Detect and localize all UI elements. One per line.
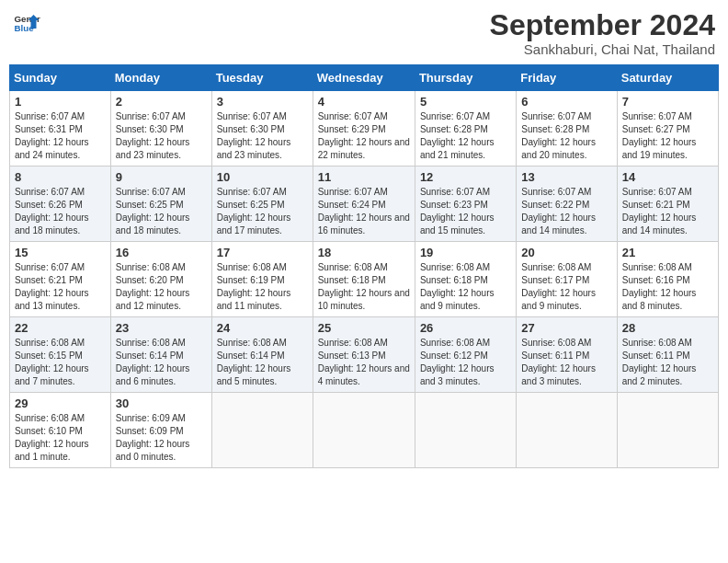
- calendar-cell: 29Sunrise: 6:08 AMSunset: 6:10 PMDayligh…: [10, 393, 111, 468]
- day-number: 17: [217, 246, 308, 259]
- calendar-cell: 26Sunrise: 6:08 AMSunset: 6:12 PMDayligh…: [415, 317, 516, 393]
- calendar-cell: 11Sunrise: 6:07 AMSunset: 6:24 PMDayligh…: [313, 167, 415, 242]
- day-number: 2: [116, 95, 207, 109]
- calendar-cell: 3Sunrise: 6:07 AMSunset: 6:30 PMDaylight…: [211, 91, 313, 167]
- day-number: 29: [15, 396, 106, 410]
- day-number: 14: [622, 170, 713, 184]
- day-header-monday: Monday: [110, 65, 211, 91]
- day-number: 27: [521, 321, 611, 335]
- title-block: September 2024 Sankhaburi, Chai Nat, Tha…: [490, 9, 715, 57]
- day-number: 4: [318, 95, 410, 109]
- calendar-cell: 2Sunrise: 6:07 AMSunset: 6:30 PMDaylight…: [110, 91, 211, 167]
- day-info: Sunrise: 6:08 AMSunset: 6:14 PMDaylight:…: [116, 337, 207, 388]
- calendar-cell: 25Sunrise: 6:08 AMSunset: 6:13 PMDayligh…: [313, 317, 415, 393]
- day-number: 26: [420, 321, 511, 335]
- calendar-header-row: SundayMondayTuesdayWednesdayThursdayFrid…: [10, 65, 719, 91]
- calendar-week-row: 15Sunrise: 6:07 AMSunset: 6:21 PMDayligh…: [10, 242, 719, 317]
- day-number: 6: [521, 95, 611, 109]
- day-info: Sunrise: 6:08 AMSunset: 6:18 PMDaylight:…: [318, 261, 410, 313]
- day-number: 23: [116, 321, 207, 335]
- day-header-tuesday: Tuesday: [211, 65, 313, 91]
- day-info: Sunrise: 6:08 AMSunset: 6:13 PMDaylight:…: [318, 337, 410, 388]
- day-number: 20: [521, 246, 611, 259]
- day-info: Sunrise: 6:08 AMSunset: 6:11 PMDaylight:…: [521, 337, 611, 388]
- calendar-cell: [617, 393, 718, 468]
- day-number: 8: [15, 170, 106, 184]
- day-number: 9: [116, 170, 207, 184]
- day-info: Sunrise: 6:07 AMSunset: 6:25 PMDaylight:…: [116, 186, 207, 237]
- calendar-week-row: 8Sunrise: 6:07 AMSunset: 6:26 PMDaylight…: [10, 167, 719, 242]
- calendar-cell: 16Sunrise: 6:08 AMSunset: 6:20 PMDayligh…: [110, 242, 211, 317]
- day-info: Sunrise: 6:07 AMSunset: 6:25 PMDaylight:…: [217, 186, 308, 237]
- calendar-cell: 27Sunrise: 6:08 AMSunset: 6:11 PMDayligh…: [517, 317, 617, 393]
- day-header-thursday: Thursday: [415, 65, 516, 91]
- day-info: Sunrise: 6:07 AMSunset: 6:23 PMDaylight:…: [420, 186, 511, 237]
- day-number: 11: [318, 170, 410, 184]
- calendar-cell: [313, 393, 415, 468]
- day-header-saturday: Saturday: [617, 65, 718, 91]
- day-number: 5: [420, 95, 511, 109]
- day-number: 24: [217, 321, 308, 335]
- day-number: 25: [318, 321, 410, 335]
- calendar-cell: [517, 393, 617, 468]
- day-number: 1: [15, 95, 106, 109]
- calendar-week-row: 1Sunrise: 6:07 AMSunset: 6:31 PMDaylight…: [10, 91, 719, 167]
- day-info: Sunrise: 6:07 AMSunset: 6:30 PMDaylight:…: [217, 110, 308, 162]
- day-info: Sunrise: 6:08 AMSunset: 6:19 PMDaylight:…: [217, 261, 308, 313]
- day-info: Sunrise: 6:07 AMSunset: 6:26 PMDaylight:…: [15, 186, 106, 237]
- calendar-table: SundayMondayTuesdayWednesdayThursdayFrid…: [9, 64, 719, 468]
- calendar-cell: 21Sunrise: 6:08 AMSunset: 6:16 PMDayligh…: [617, 242, 718, 317]
- day-info: Sunrise: 6:08 AMSunset: 6:15 PMDaylight:…: [15, 337, 106, 388]
- calendar-week-row: 22Sunrise: 6:08 AMSunset: 6:15 PMDayligh…: [10, 317, 719, 393]
- calendar-cell: 17Sunrise: 6:08 AMSunset: 6:19 PMDayligh…: [211, 242, 313, 317]
- calendar-cell: 14Sunrise: 6:07 AMSunset: 6:21 PMDayligh…: [617, 167, 718, 242]
- calendar-cell: 18Sunrise: 6:08 AMSunset: 6:18 PMDayligh…: [313, 242, 415, 317]
- day-info: Sunrise: 6:07 AMSunset: 6:30 PMDaylight:…: [116, 110, 207, 162]
- day-info: Sunrise: 6:07 AMSunset: 6:29 PMDaylight:…: [318, 110, 410, 162]
- location-subtitle: Sankhaburi, Chai Nat, Thailand: [490, 41, 715, 57]
- calendar-cell: 19Sunrise: 6:08 AMSunset: 6:18 PMDayligh…: [415, 242, 516, 317]
- day-info: Sunrise: 6:08 AMSunset: 6:18 PMDaylight:…: [420, 261, 511, 313]
- logo: General Blue: [13, 9, 40, 37]
- day-number: 7: [622, 95, 713, 109]
- logo-icon: General Blue: [13, 9, 40, 37]
- day-number: 28: [622, 321, 713, 335]
- calendar-cell: 15Sunrise: 6:07 AMSunset: 6:21 PMDayligh…: [10, 242, 111, 317]
- day-number: 19: [420, 246, 511, 259]
- day-info: Sunrise: 6:07 AMSunset: 6:27 PMDaylight:…: [622, 110, 713, 162]
- day-number: 3: [217, 95, 308, 109]
- calendar-cell: 6Sunrise: 6:07 AMSunset: 6:28 PMDaylight…: [517, 91, 617, 167]
- calendar-cell: 20Sunrise: 6:08 AMSunset: 6:17 PMDayligh…: [517, 242, 617, 317]
- day-number: 16: [116, 246, 207, 259]
- day-info: Sunrise: 6:08 AMSunset: 6:11 PMDaylight:…: [622, 337, 713, 388]
- calendar-cell: [211, 393, 313, 468]
- day-info: Sunrise: 6:08 AMSunset: 6:20 PMDaylight:…: [116, 261, 207, 313]
- calendar-cell: 4Sunrise: 6:07 AMSunset: 6:29 PMDaylight…: [313, 91, 415, 167]
- day-header-wednesday: Wednesday: [313, 65, 415, 91]
- day-info: Sunrise: 6:08 AMSunset: 6:17 PMDaylight:…: [521, 261, 611, 313]
- calendar-cell: [415, 393, 516, 468]
- calendar-cell: 1Sunrise: 6:07 AMSunset: 6:31 PMDaylight…: [10, 91, 111, 167]
- calendar-week-row: 29Sunrise: 6:08 AMSunset: 6:10 PMDayligh…: [10, 393, 719, 468]
- day-number: 30: [116, 396, 207, 410]
- day-info: Sunrise: 6:07 AMSunset: 6:28 PMDaylight:…: [420, 110, 511, 162]
- calendar-cell: 12Sunrise: 6:07 AMSunset: 6:23 PMDayligh…: [415, 167, 516, 242]
- month-year-title: September 2024: [490, 9, 715, 41]
- day-number: 18: [318, 246, 410, 259]
- day-header-sunday: Sunday: [10, 65, 111, 91]
- page-header: General Blue September 2024 Sankhaburi, …: [9, 9, 719, 57]
- day-info: Sunrise: 6:07 AMSunset: 6:24 PMDaylight:…: [318, 186, 410, 237]
- day-info: Sunrise: 6:08 AMSunset: 6:14 PMDaylight:…: [217, 337, 308, 388]
- calendar-cell: 28Sunrise: 6:08 AMSunset: 6:11 PMDayligh…: [617, 317, 718, 393]
- calendar-cell: 9Sunrise: 6:07 AMSunset: 6:25 PMDaylight…: [110, 167, 211, 242]
- day-info: Sunrise: 6:09 AMSunset: 6:09 PMDaylight:…: [116, 412, 207, 464]
- day-number: 13: [521, 170, 611, 184]
- day-number: 21: [622, 246, 713, 259]
- calendar-cell: 23Sunrise: 6:08 AMSunset: 6:14 PMDayligh…: [110, 317, 211, 393]
- day-info: Sunrise: 6:07 AMSunset: 6:31 PMDaylight:…: [15, 110, 106, 162]
- calendar-cell: 30Sunrise: 6:09 AMSunset: 6:09 PMDayligh…: [110, 393, 211, 468]
- day-info: Sunrise: 6:07 AMSunset: 6:22 PMDaylight:…: [521, 186, 611, 237]
- calendar-cell: 13Sunrise: 6:07 AMSunset: 6:22 PMDayligh…: [517, 167, 617, 242]
- day-info: Sunrise: 6:08 AMSunset: 6:16 PMDaylight:…: [622, 261, 713, 313]
- day-info: Sunrise: 6:07 AMSunset: 6:21 PMDaylight:…: [15, 261, 106, 313]
